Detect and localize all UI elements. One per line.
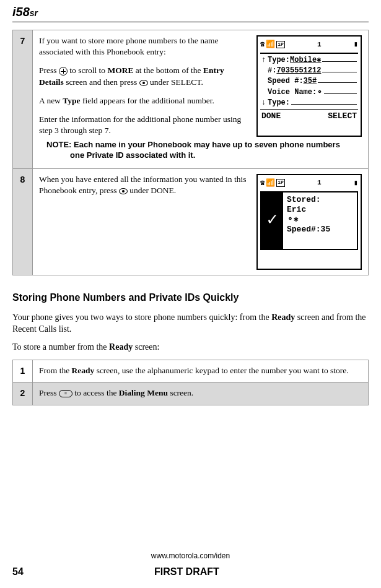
step-7-para4: Enter the information for the additional…	[39, 114, 250, 136]
section-para2: To store a number from the Ready screen:	[12, 342, 369, 353]
stored-icons: ⚬✱	[287, 215, 353, 225]
softkey-done: DONE	[261, 111, 281, 122]
step-number-7: 7	[13, 30, 33, 169]
phone-icon: ☎	[260, 40, 265, 50]
step-8-text: When you have entered all the informatio…	[39, 174, 250, 270]
steps-table-1: 7 If you want to store more phone number…	[12, 30, 369, 275]
step-1-body: From the Ready screen, use the alphanume…	[33, 360, 369, 383]
softkey-select: SELECT	[328, 111, 357, 122]
draft-label: FIRST DRAFT	[154, 565, 219, 579]
stored-content: Stored: Eric ⚬✱ Speed#:35	[283, 192, 357, 249]
phone-screen-step7: ☎ 📶 iP 1 ▮ ↑Type: Mobile✱ #: 7035551212 …	[256, 35, 362, 137]
ip-icon: iP	[276, 179, 285, 187]
menu-key-icon: ≡	[59, 390, 72, 397]
section-heading: Storing Phone Numbers and Private IDs Qu…	[12, 291, 369, 305]
phone-screen-step8: ☎ 📶 iP 1 ▮ ✓ Stored: Eric ⚬✱ Sp	[256, 174, 362, 270]
softkey-icon	[119, 188, 128, 194]
stored-name: Eric	[287, 205, 353, 215]
step-7-para1: If you want to store more phone numbers …	[39, 35, 250, 58]
step-7-body: If you want to store more phone numbers …	[33, 30, 369, 169]
ip-icon: iP	[276, 41, 285, 49]
step-2-body: Press ≡ to access the Dialing Menu scree…	[33, 383, 369, 405]
logo: i58sr	[12, 3, 369, 20]
steps-table-2: 1 From the Ready screen, use the alphanu…	[12, 360, 369, 405]
checkmark-icon: ✓	[261, 192, 283, 249]
logo-main: i58	[12, 5, 30, 19]
battery-icon: ▮	[354, 178, 358, 188]
step-number-2: 2	[13, 383, 33, 405]
section-para1: Your phone gives you two ways to store p…	[12, 312, 369, 335]
stored-box: ✓ Stored: Eric ⚬✱ Speed#:35	[260, 191, 358, 250]
step-8-para: When you have entered all the informatio…	[39, 174, 250, 196]
nav-key-icon	[59, 67, 68, 76]
step-7-para3: A new Type field appears for the additio…	[39, 95, 250, 106]
logo-suffix: sr	[30, 8, 38, 18]
status-num-8: 1	[317, 178, 322, 188]
battery-icon: ▮	[354, 40, 358, 50]
step-7-text: If you want to store more phone numbers …	[39, 35, 250, 137]
softkey-icon	[139, 80, 148, 86]
step-number-1: 1	[13, 360, 33, 383]
phone-content: ↑Type: Mobile✱ #: 7035551212 Speed #: 35…	[260, 53, 358, 108]
status-bar: ☎ 📶 iP 1 ▮	[260, 39, 358, 50]
phone-softkeys: DONE SELECT	[260, 109, 358, 122]
step-7-para2: Press to scroll to MORE at the bottom of…	[39, 65, 250, 87]
stored-label: Stored:	[287, 195, 353, 205]
header-divider	[12, 22, 369, 22]
step-7-note: NOTE: Each name in your Phonebook may ha…	[39, 137, 362, 163]
footer: www.motorola.com/iden 54 FIRST DRAFT	[12, 551, 369, 579]
status-bar-8: ☎ 📶 iP 1 ▮	[260, 178, 358, 189]
footer-url: www.motorola.com/iden	[12, 551, 369, 561]
phone-icon: ☎	[260, 178, 265, 188]
page-number: 54	[12, 565, 24, 579]
step-number-8: 8	[13, 168, 33, 275]
signal-icon: 📶	[266, 40, 275, 50]
stored-speed: Speed#:35	[287, 225, 353, 235]
signal-icon: 📶	[266, 178, 275, 188]
status-num: 1	[317, 40, 322, 50]
step-8-body: When you have entered all the informatio…	[33, 168, 369, 275]
